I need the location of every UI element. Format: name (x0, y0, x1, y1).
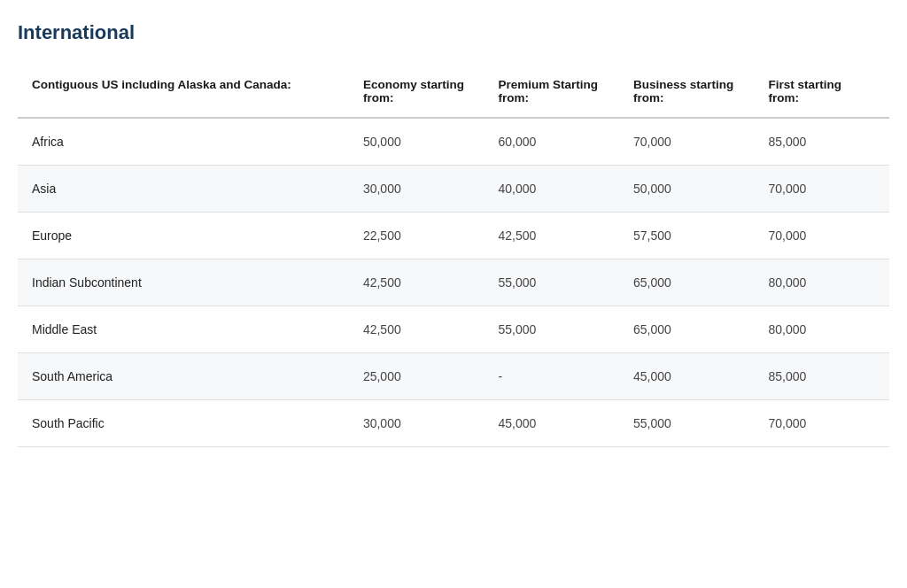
table-row: Middle East42,50055,00065,00080,000 (18, 306, 889, 353)
premium-cell: 42,500 (484, 213, 619, 259)
first-cell: 70,000 (754, 166, 889, 213)
region-cell: South Pacific (18, 400, 349, 447)
first-cell: 85,000 (754, 118, 889, 166)
region-column-header: Contiguous US including Alaska and Canad… (18, 69, 349, 118)
region-cell: Indian Subcontinent (18, 259, 349, 306)
premium-column-header: Premium Starting from: (484, 69, 619, 118)
first-cell: 80,000 (754, 259, 889, 306)
region-cell: Africa (18, 118, 349, 166)
table-row: Africa50,00060,00070,00085,000 (18, 118, 889, 166)
premium-cell: 55,000 (484, 259, 619, 306)
table-row: Europe22,50042,50057,50070,000 (18, 213, 889, 259)
economy-cell: 30,000 (349, 400, 485, 447)
premium-cell: - (484, 353, 619, 400)
awards-table: Contiguous US including Alaska and Canad… (18, 69, 889, 447)
business-column-header: Business starting from: (619, 69, 755, 118)
premium-cell: 60,000 (484, 118, 619, 166)
business-cell: 65,000 (619, 259, 755, 306)
table-row: Indian Subcontinent42,50055,00065,00080,… (18, 259, 889, 306)
economy-cell: 30,000 (349, 166, 485, 213)
economy-cell: 22,500 (349, 213, 485, 259)
premium-cell: 55,000 (484, 306, 619, 353)
first-cell: 85,000 (754, 353, 889, 400)
region-cell: Europe (18, 213, 349, 259)
business-cell: 57,500 (619, 213, 755, 259)
economy-column-header: Economy starting from: (349, 69, 485, 118)
first-column-header: First starting from: (754, 69, 889, 118)
region-cell: Middle East (18, 306, 349, 353)
business-cell: 50,000 (619, 166, 755, 213)
page-title: International (18, 21, 889, 44)
table-header-row: Contiguous US including Alaska and Canad… (18, 69, 889, 118)
first-cell: 70,000 (754, 213, 889, 259)
region-cell: South America (18, 353, 349, 400)
economy-cell: 42,500 (349, 306, 485, 353)
economy-cell: 50,000 (349, 118, 485, 166)
table-row: Asia30,00040,00050,00070,000 (18, 166, 889, 213)
business-cell: 65,000 (619, 306, 755, 353)
economy-cell: 25,000 (349, 353, 485, 400)
premium-cell: 45,000 (484, 400, 619, 447)
table-row: South America25,000-45,00085,000 (18, 353, 889, 400)
economy-cell: 42,500 (349, 259, 485, 306)
premium-cell: 40,000 (484, 166, 619, 213)
table-row: South Pacific30,00045,00055,00070,000 (18, 400, 889, 447)
first-cell: 80,000 (754, 306, 889, 353)
business-cell: 45,000 (619, 353, 755, 400)
business-cell: 70,000 (619, 118, 755, 166)
region-cell: Asia (18, 166, 349, 213)
business-cell: 55,000 (619, 400, 755, 447)
first-cell: 70,000 (754, 400, 889, 447)
